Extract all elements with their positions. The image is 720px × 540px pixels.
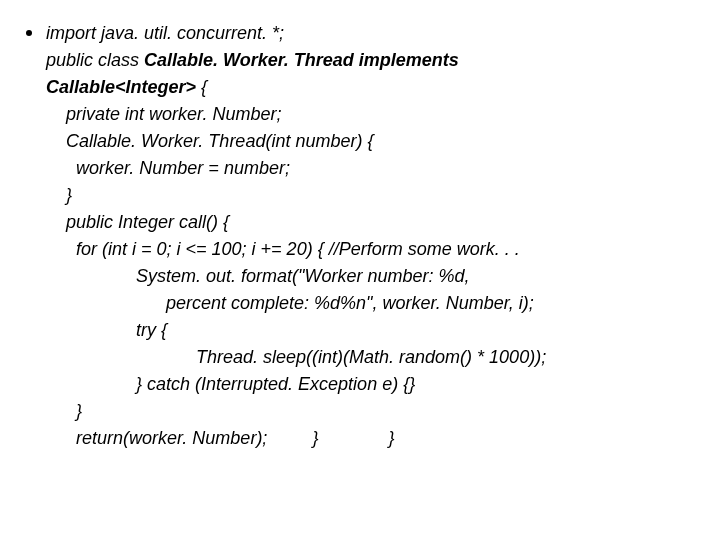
code-line: public Integer call() { (46, 209, 700, 236)
code-slide: import java. util. concurrent. *; public… (20, 20, 700, 452)
code-block: import java. util. concurrent. *; public… (46, 20, 700, 452)
code-line: public class Callable. Worker. Thread im… (46, 47, 700, 74)
code-line: percent complete: %d%n", worker. Number,… (46, 290, 700, 317)
code-line: private int worker. Number; (46, 101, 700, 128)
code-line: Thread. sleep((int)(Math. random() * 100… (46, 344, 700, 371)
code-line: import java. util. concurrent. *; (46, 20, 700, 47)
code-line: } (46, 182, 700, 209)
code-line: try { (46, 317, 700, 344)
code-line: Callable<Integer> { (46, 74, 700, 101)
code-line: Callable. Worker. Thread(int number) { (46, 128, 700, 155)
code-line: for (int i = 0; i <= 100; i += 20) { //P… (46, 236, 700, 263)
code-line: } catch (Interrupted. Exception e) {} (46, 371, 700, 398)
code-line: return(worker. Number); } } (46, 425, 700, 452)
bullet-icon (26, 30, 32, 36)
code-line: System. out. format("Worker number: %d, (46, 263, 700, 290)
code-line: } (46, 398, 700, 425)
code-line: worker. Number = number; (46, 155, 700, 182)
